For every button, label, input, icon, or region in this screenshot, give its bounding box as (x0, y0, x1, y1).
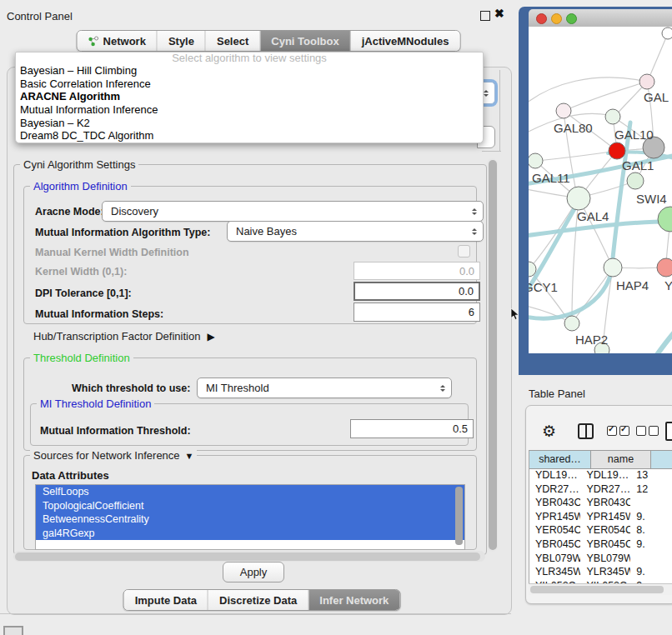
column-header-shared-[interactable]: shared… (529, 451, 591, 469)
table-cell: YBR045C (529, 538, 580, 552)
sources-title[interactable]: Sources for Network Inference▼ (30, 449, 197, 462)
deselect-all-icon[interactable] (636, 426, 661, 436)
network-window[interactable]: GALGAL80GAL10GAL1GAL11SWI4GAL4GCY1HAP4YH… (519, 7, 672, 375)
network-icon (88, 36, 99, 47)
attribute-item-topologicalcoefficient[interactable]: TopologicalCoefficient (36, 499, 464, 513)
node-label-gal11: GAL11 (532, 171, 570, 185)
dock-button[interactable] (3, 626, 23, 635)
table-row[interactable]: YDL19…YDL19…13 (529, 468, 672, 482)
table-cell: YDR27… (529, 482, 580, 497)
node-table: shared…name YDL19…YDL19…13YDR27…YDR27…12… (529, 450, 672, 594)
algorithm-option-mutual-information-inference[interactable]: Mutual Information Inference (16, 103, 483, 117)
mouse-cursor (510, 308, 520, 321)
table-horizontal-scrollbar[interactable] (529, 583, 672, 595)
network-canvas[interactable]: GALGAL80GAL10GAL1GAL11SWI4GAL4GCY1HAP4YH… (529, 27, 672, 353)
manual-kernel-label: Manual Kernel Width Definition (35, 247, 189, 258)
algorithm-dropdown-placeholder: Select algorithm to view settings (16, 52, 483, 64)
manual-kernel-checkbox[interactable] (458, 245, 470, 258)
hub-definition-expander[interactable]: Hub/Transcription Factor Definition▶ (33, 330, 215, 342)
settings-vertical-scrollbar[interactable] (487, 158, 498, 552)
table-cell: YBL079W (580, 552, 630, 566)
algorithm-option-aracne-algorithm[interactable]: ARACNE Algorithm (16, 90, 483, 103)
attribute-item-betweennesscentrality[interactable]: BetweennessCentrality (36, 512, 464, 527)
mi-threshold-value: 0.5 (453, 422, 468, 435)
network-node-swi4[interactable] (627, 172, 644, 189)
kernel-width-label: Kernel Width (0,1): (35, 266, 127, 278)
network-node-gal80[interactable] (556, 103, 571, 118)
network-node-gal10[interactable] (605, 109, 620, 124)
kernel-width-field[interactable]: 0.0 (354, 262, 480, 280)
network-node[interactable] (662, 28, 672, 39)
column-visibility-icon[interactable] (578, 423, 594, 439)
tab-network[interactable]: Network (78, 31, 158, 51)
dpi-tolerance-field[interactable]: 0.0 (354, 282, 480, 301)
table-row[interactable]: YBR045CYBR045C9. (529, 538, 672, 552)
close-panel-icon[interactable]: ✖ (494, 7, 504, 20)
algorithm-option-bayesian-hill-climbing[interactable]: Bayesian – Hill Climbing (16, 64, 483, 78)
mi-steps-field[interactable]: 6 (354, 302, 480, 322)
network-node-y[interactable] (657, 258, 672, 277)
mi-threshold-field[interactable]: 0.5 (350, 419, 474, 438)
network-node[interactable] (658, 207, 672, 232)
table-row[interactable]: YBR043CYBR043C (529, 496, 672, 510)
expand-right-icon: ▶ (207, 331, 214, 342)
screenshot-root: Control Panel ✖ NetworkStyleSelectCyni T… (0, 0, 672, 635)
table-cell: 9. (630, 565, 672, 579)
tab-discretize-data[interactable]: Discretize Data (208, 590, 308, 610)
stepper-icon (472, 206, 477, 218)
mi-type-value: Naive Bayes (236, 225, 297, 238)
network-node-hap2[interactable] (564, 316, 579, 331)
table-settings-gear-icon[interactable]: ⚙ (542, 423, 556, 439)
tab-jactivemnodules[interactable]: jActiveMNodules (351, 31, 460, 51)
attribute-item-gal4rgexp[interactable]: gal4RGexp (36, 527, 464, 541)
tab-select[interactable]: Select (206, 31, 260, 51)
table-row[interactable]: YBL079WYBL079W (529, 552, 672, 566)
network-node-gal1[interactable] (609, 142, 625, 159)
algorithm-option-basic-correlation-inference[interactable]: Basic Correlation Inference (16, 78, 483, 91)
tab-label: Impute Data (135, 594, 197, 607)
aracne-mode-combo[interactable]: Discovery (102, 201, 484, 222)
minimize-traffic-light[interactable] (551, 13, 562, 24)
network-node-hap4[interactable] (604, 258, 622, 277)
table-function-icon[interactable] (665, 422, 672, 441)
tab-impute-data[interactable]: Impute Data (124, 590, 208, 610)
network-node-gal[interactable] (639, 74, 654, 89)
apply-label: Apply (240, 566, 268, 578)
algorithm-option-bayesian-k2[interactable]: Bayesian – K2 (16, 117, 483, 130)
zoom-traffic-light[interactable] (566, 13, 577, 24)
float-panel-icon[interactable] (480, 11, 490, 21)
network-window-titlebar[interactable] (529, 9, 672, 28)
settings-horizontal-scrollbar[interactable] (13, 551, 485, 562)
which-threshold-combo[interactable]: MI Threshold (197, 378, 452, 398)
table-cell: YBL079W (529, 552, 580, 566)
mi-type-combo[interactable]: Naive Bayes (227, 221, 484, 242)
which-threshold-label: Which threshold to use: (72, 382, 190, 394)
table-cell: YLR345W (580, 565, 630, 579)
list-scrollbar-thumb[interactable] (455, 487, 463, 545)
tab-infer-network[interactable]: Infer Network (308, 590, 399, 610)
cyni-algorithm-settings-title: Cyni Algorithm Settings (20, 158, 138, 171)
algorithm-option-dream8-dc-tdc-algorithm[interactable]: Dream8 DC_TDC Algorithm (16, 129, 483, 142)
tab-label: Select (217, 35, 248, 48)
apply-button[interactable]: Apply (223, 562, 284, 582)
tab-cyni-toolbox[interactable]: Cyni Toolbox (260, 31, 350, 51)
tab-label: Network (103, 35, 146, 48)
column-header-name[interactable]: name (591, 451, 651, 469)
close-traffic-light[interactable] (536, 13, 547, 24)
network-node-gal4[interactable] (567, 187, 590, 210)
select-all-icon[interactable]: ✓✓ (607, 426, 632, 436)
table-row[interactable]: YPR145WYPR145W9. (529, 510, 672, 524)
table-cell: YBR043C (529, 496, 580, 510)
mi-steps-label: Mutual Information Steps: (35, 308, 163, 320)
table-row[interactable]: YLR345WYLR345W9. (529, 565, 672, 579)
network-node-gal11[interactable] (529, 153, 543, 168)
table-row[interactable]: YER054CYER054C8. (529, 523, 672, 538)
dpi-tolerance-value: 0.0 (459, 285, 474, 298)
column-header-col2[interactable] (651, 451, 672, 469)
data-attributes-list[interactable]: SelfLoopsTopologicalCoefficientBetweenne… (35, 484, 465, 550)
tab-style[interactable]: Style (158, 31, 206, 51)
table-cell: YDR27… (580, 482, 630, 497)
mi-threshold-label: Mutual Information Threshold: (40, 425, 191, 437)
table-row[interactable]: YDR27…YDR27…12 (529, 482, 672, 497)
attribute-item-selfloops[interactable]: SelfLoops (36, 485, 464, 499)
